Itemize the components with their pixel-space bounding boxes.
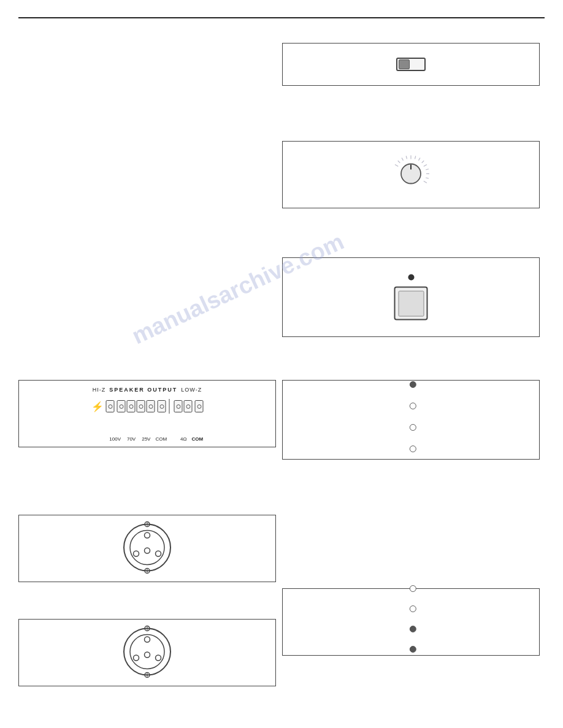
toggle-outer: [396, 58, 426, 71]
ground-symbol-left: ⚡: [91, 401, 104, 412]
led-1: [410, 381, 416, 388]
svg-point-29: [145, 637, 150, 642]
xlr-female-svg: [120, 624, 175, 680]
lower-led-2: [410, 605, 416, 612]
xlr-male-box: [18, 515, 276, 582]
terminal-gnd-m: [158, 400, 166, 412]
toggle-switch-box: [282, 43, 540, 86]
svg-point-32: [145, 652, 150, 658]
top-divider: [18, 17, 545, 18]
led-2: [410, 403, 416, 409]
button-container: [394, 275, 428, 320]
svg-point-30: [134, 655, 139, 661]
led-indicator: [408, 275, 414, 281]
led-4: [410, 446, 416, 452]
indicator-box: [282, 380, 540, 460]
led-3: [410, 424, 416, 431]
lower-led-4: [410, 646, 416, 653]
toggle-switch-icon: [396, 58, 426, 71]
low-z-label: LOW-Z: [181, 387, 202, 393]
lower-led-row-1: [410, 585, 416, 592]
knob-box: [282, 141, 540, 208]
svg-line-5: [415, 156, 415, 159]
terminal-labels: 100V 70V 25V COM 4Ω COM: [99, 436, 203, 442]
indicator-row-1: [410, 381, 416, 388]
indicator-row-4: [410, 446, 416, 452]
knob-svg: [389, 153, 432, 195]
svg-line-12: [424, 181, 427, 183]
push-button-inner: [398, 290, 424, 316]
svg-line-1: [398, 161, 400, 163]
svg-point-19: [156, 551, 161, 556]
terminal-gnd-r: [195, 400, 204, 412]
svg-point-17: [145, 533, 150, 538]
divider: [169, 399, 170, 414]
svg-line-6: [419, 158, 421, 161]
toggle-inner: [399, 59, 410, 69]
terminal-gnd-l: [106, 400, 115, 412]
low-z-terminals: [174, 400, 193, 412]
hi-z-terminals: [117, 400, 155, 412]
svg-point-20: [145, 548, 150, 553]
svg-point-18: [134, 551, 139, 556]
indicator-row-2: [410, 403, 416, 409]
xlr-female-connector: [120, 624, 175, 681]
lower-indicator-box: [282, 588, 540, 656]
svg-line-11: [426, 178, 429, 178]
svg-line-0: [395, 165, 398, 167]
svg-line-3: [406, 156, 407, 159]
lower-led-1: [410, 585, 416, 592]
svg-line-7: [422, 161, 424, 163]
knob-container: [389, 153, 432, 197]
push-button: [394, 287, 428, 320]
hi-z-label: HI-Z: [93, 387, 106, 393]
lower-led-row-4: [410, 646, 416, 653]
speaker-output-label: SPEAKER OUTPUT: [109, 387, 177, 393]
svg-line-2: [402, 158, 404, 161]
xlr-male-connector: [120, 520, 175, 577]
lower-led-row-2: [410, 605, 416, 612]
lower-led-3: [410, 626, 416, 632]
xlr-male-svg: [120, 520, 175, 575]
xlr-female-box: [18, 619, 276, 686]
indicator-row-3: [410, 424, 416, 431]
svg-line-9: [426, 169, 429, 170]
speaker-output-box: HI-Z SPEAKER OUTPUT LOW-Z ⚡: [18, 380, 276, 447]
svg-line-8: [424, 165, 427, 167]
svg-point-31: [156, 655, 161, 661]
push-button-box: [282, 257, 540, 337]
lower-led-row-3: [410, 626, 416, 632]
